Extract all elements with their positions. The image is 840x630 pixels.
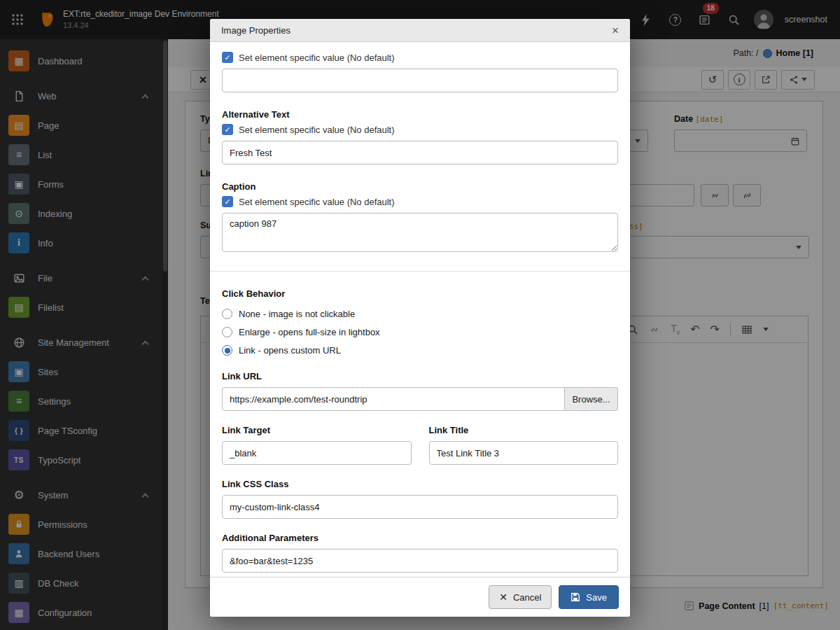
link-title-label: Link Title [429, 425, 619, 435]
additional-params-label: Additional Parameters [222, 533, 618, 543]
modal-title: Image Properties [221, 25, 290, 36]
cancel-x-icon: ✕ [499, 592, 507, 603]
click-behavior-option-link[interactable]: Link - opens custom URL [222, 345, 618, 356]
additional-params-input[interactable] [222, 549, 618, 573]
link-target-title-row: Link Target Link Title [222, 425, 618, 465]
image-properties-modal: Image Properties × ✓ Set element specifi… [210, 19, 630, 617]
link-url-input[interactable] [222, 387, 565, 411]
save-icon [570, 592, 580, 602]
browse-button[interactable]: Browse... [565, 387, 618, 411]
link-target-label: Link Target [222, 425, 412, 435]
link-css-input[interactable] [222, 495, 618, 519]
link-target-input[interactable] [222, 441, 412, 465]
click-behavior-option-none[interactable]: None - image is not clickable [222, 309, 618, 319]
save-button[interactable]: Save [559, 585, 619, 609]
link-title-group: Link Title [429, 425, 619, 465]
alt-text-input[interactable] [222, 141, 618, 164]
link-target-group: Link Target [222, 425, 412, 465]
caption-override-row: ✓ Set element specific value (No default… [222, 196, 618, 207]
link-title-input[interactable] [429, 441, 619, 465]
link-url-label: Link URL [222, 371, 618, 382]
caption-label: Caption [222, 181, 618, 192]
radio-selected-icon[interactable] [222, 345, 232, 356]
modal-body: ✓ Set element specific value (No default… [210, 42, 630, 577]
link-css-label: Link CSS Class [222, 479, 618, 489]
alt-text-label: Alternative Text [222, 109, 618, 120]
modal-footer: ✕ Cancel Save [210, 577, 630, 617]
section-divider [210, 271, 630, 272]
close-icon[interactable]: × [612, 24, 619, 36]
checkbox-checked-icon[interactable]: ✓ [222, 52, 233, 63]
radio-icon[interactable] [222, 309, 232, 319]
top-field-override-row: ✓ Set element specific value (No default… [222, 52, 618, 63]
caption-textarea[interactable]: caption 987 [222, 213, 618, 252]
alt-text-override-row: ✓ Set element specific value (No default… [222, 124, 618, 135]
top-field-input[interactable] [222, 69, 618, 92]
click-behavior-label: Click Behavior [222, 288, 618, 299]
override-label: Set element specific value (No default) [239, 125, 395, 135]
radio-icon[interactable] [222, 327, 232, 337]
link-url-group: Browse... [222, 387, 618, 411]
override-label: Set element specific value (No default) [239, 197, 395, 207]
click-behavior-option-enlarge[interactable]: Enlarge - opens full-size in lightbox [222, 327, 618, 337]
checkbox-checked-icon[interactable]: ✓ [222, 196, 233, 207]
checkbox-checked-icon[interactable]: ✓ [222, 124, 233, 135]
modal-header: Image Properties × [210, 19, 630, 42]
override-label: Set element specific value (No default) [239, 52, 395, 63]
cancel-button[interactable]: ✕ Cancel [489, 585, 552, 609]
